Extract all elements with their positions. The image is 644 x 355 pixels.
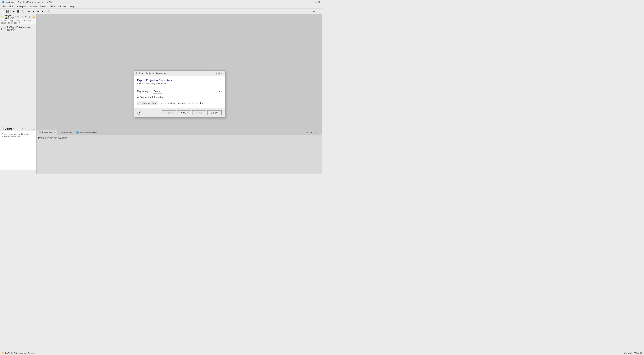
menu-edit[interactable]: Edit <box>8 5 15 8</box>
undo-dropdown[interactable]: ▾ <box>31 9 36 14</box>
menu-navigate[interactable]: Navigate <box>15 5 28 8</box>
connection-info-row[interactable]: ▶ Connection Information <box>137 96 222 99</box>
maximize-view-icon: ⤢ <box>318 10 320 13</box>
help-button[interactable]: ? <box>137 111 141 115</box>
modal-footer: ? < Back Next > Finish Cancel <box>134 108 225 117</box>
outline-minimize-button[interactable]: − <box>28 127 31 131</box>
connection-info-arrow: ▶ <box>137 96 139 99</box>
close-button[interactable]: ✕ <box>318 1 320 4</box>
modal-icon: ⇧ <box>136 72 138 75</box>
menu-project[interactable]: Project <box>38 5 49 8</box>
modal-footer-buttons: < Back Next > Finish Cancel <box>162 110 222 115</box>
project-explorer-icon: 📁 <box>1 15 4 18</box>
outline-controls: ⟳ • − □ <box>20 127 35 131</box>
select-arrow-icon: ▼ <box>219 90 221 93</box>
toolbar-btn-3[interactable]: ⬛ <box>16 9 20 14</box>
repository-label: Repository: <box>137 90 151 93</box>
new-icon: 📄 <box>2 10 4 13</box>
toolbar-btn-1[interactable]: 💾 <box>5 9 10 14</box>
toolbar-sep-3 <box>46 10 46 13</box>
search-icon: 🔍 <box>47 10 50 13</box>
modal-title-left: ⇧ Export Project to Repository <box>136 72 166 75</box>
menu-file[interactable]: File <box>1 5 8 8</box>
outline-maximize-button[interactable]: □ <box>32 127 35 131</box>
title-bar-controls: − □ ✕ <box>311 1 320 4</box>
right-area: ⇧ Export Project to Repository − □ ✕ Exp… <box>37 14 322 174</box>
new-button[interactable]: 📄 <box>1 9 5 14</box>
outline-panel: 📋 Outline ✕ ⟳ • − □ There is no active e… <box>0 126 36 170</box>
repository-select[interactable]: Default <box>153 89 162 94</box>
perspectives-button[interactable]: ⊞ <box>312 9 316 14</box>
redo-dropdown-icon: ▾ <box>42 10 43 13</box>
menu-window[interactable]: Window <box>56 5 68 8</box>
svg-text:P: P <box>4 28 6 30</box>
search-hint: * = any string, ? = any character, \ = e… <box>0 19 36 25</box>
toolbar-icon-2: ▶ <box>13 10 14 13</box>
finish-button[interactable]: Finish <box>192 110 206 115</box>
app-icon: 🔷 <box>2 1 4 3</box>
connection-info-label: Connection Information <box>140 96 164 99</box>
pe-back-button[interactable]: ◁ <box>16 15 20 19</box>
modal-maximize-button[interactable]: □ <box>216 72 220 75</box>
title-bar: 🔷 workspace - Capella - Extended package… <box>0 0 322 4</box>
undo-icon: ↩ <box>28 10 30 13</box>
maximize-view-button[interactable]: ⤢ <box>317 9 321 14</box>
redo-dropdown[interactable]: ▾ <box>40 9 45 14</box>
pe-forward-button[interactable]: ▷ <box>20 15 24 19</box>
outline-sync-button[interactable]: ⟳ <box>20 127 23 131</box>
toolbar-icon-4: 🔧 <box>22 10 24 13</box>
export-dialog: ⇧ Export Project to Repository − □ ✕ Exp… <box>134 71 225 117</box>
modal-header-subtitle: Select a repository to connect <box>137 82 222 85</box>
search-button[interactable]: 🔍 <box>46 9 51 14</box>
maximize-button[interactable]: □ <box>314 1 317 4</box>
perspectives-icon: ⊞ <box>313 10 315 13</box>
toolbar-sep-1 <box>10 10 11 13</box>
undo-button[interactable]: ↩ <box>27 9 31 14</box>
app-title: workspace - Capella - Extended package b… <box>6 1 54 3</box>
menu-search[interactable]: Search <box>28 5 38 8</box>
toolbar-group-1: 📄 💾 <box>1 9 10 14</box>
next-button[interactable]: Next > <box>177 110 191 115</box>
pe-lock-button[interactable]: 🔒 <box>32 15 36 19</box>
toolbar-btn-2[interactable]: ▶ <box>12 9 16 14</box>
tree-item-ife[interactable]: ▶ P In-Flight Entertainment System <box>0 26 36 32</box>
test-connection-button[interactable]: Test connection <box>137 101 158 105</box>
modal-title-buttons: − □ ✕ <box>213 72 223 75</box>
outline-content: There is no active editor that provides … <box>0 131 36 170</box>
title-bar-left: 🔷 workspace - Capella - Extended package… <box>2 1 54 3</box>
back-button[interactable]: < Back <box>162 110 176 115</box>
project-explorer-close-marker: ✕ <box>14 16 16 18</box>
toolbar-icon-3: ⬛ <box>17 10 20 13</box>
modal-minimize-button[interactable]: − <box>213 72 216 75</box>
toolbar-group-2: ▶ ⬛ 🔧 <box>12 9 25 14</box>
modal-titlebar-title: Export Project to Repository <box>139 72 166 75</box>
ife-label: In-Flight Entertainment System <box>7 26 35 32</box>
warning-icon: ⚠ <box>160 102 162 105</box>
modal-close-button[interactable]: ✕ <box>220 72 223 75</box>
toolbar-icon-1: 💾 <box>6 10 9 13</box>
menu-help[interactable]: Help <box>68 5 76 8</box>
ife-icon: P <box>4 27 6 30</box>
redo-button[interactable]: ↪ <box>36 9 40 14</box>
redo-icon: ↪ <box>37 10 39 13</box>
pe-collapse-button[interactable]: ⊟ <box>24 15 28 19</box>
tree-arrow-ife: ▶ <box>1 28 3 30</box>
project-explorer-header: 📁 Project Explorer ✕ ◁ ▷ ⊟ ⛓ 🔒 • − □ <box>0 14 36 19</box>
project-explorer-title: Project Explorer <box>5 14 14 19</box>
outline-header-title-area: 📋 Outline ✕ <box>1 127 15 130</box>
toolbar-btn-4[interactable]: 🔧 <box>20 9 25 14</box>
repository-select-wrapper: Default ▼ <box>153 89 222 94</box>
outline-icon: 📋 <box>1 127 4 130</box>
modal-header: Export Project to Repository Select a re… <box>134 76 225 86</box>
toolbar: 📄 💾 ▶ ⬛ 🔧 ↩ ▾ ↪ ▾ 🔍 <box>0 9 322 14</box>
menu-run[interactable]: Run <box>49 5 56 8</box>
modal-header-title: Export Project to Repository <box>137 79 222 82</box>
minimize-button[interactable]: − <box>311 1 314 4</box>
menu-bar: File Edit Navigate Search Project Run Wi… <box>0 4 322 9</box>
toolbar-sep-2 <box>26 10 26 13</box>
warning-text: Repository connection must be tested. <box>164 102 204 105</box>
cancel-button[interactable]: Cancel <box>207 110 222 115</box>
outline-dot-button[interactable]: • <box>24 127 27 131</box>
repository-form-row: Repository: Default ▼ <box>137 89 222 94</box>
pe-link-button[interactable]: ⛓ <box>28 15 32 19</box>
